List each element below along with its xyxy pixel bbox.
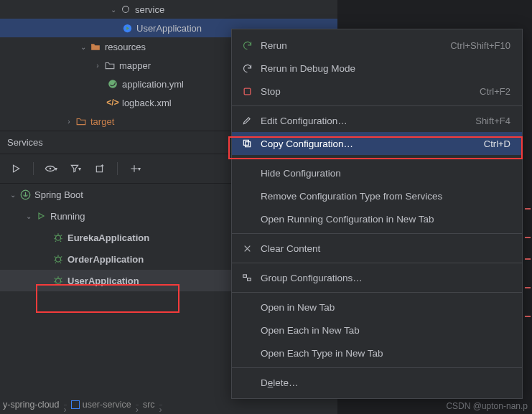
delete-label: Delete…: [261, 377, 510, 388]
svg-rect-10: [244, 88, 251, 95]
close-icon: [241, 244, 253, 253]
chevron-down-icon: ⌄: [7, 191, 19, 199]
tree-item-service[interactable]: ⌄ service: [0, 0, 337, 19]
module-icon: [71, 400, 80, 409]
bug-icon: [52, 276, 65, 286]
breadcrumb[interactable]: y-spring-cloud › user-service › src ›: [3, 400, 162, 410]
svg-rect-14: [248, 278, 251, 281]
filter-icon[interactable]: ▾: [68, 161, 83, 176]
svg-point-7: [56, 235, 61, 240]
chevron-down-icon: ⌄: [108, 6, 119, 14]
resources-folder-icon: [89, 42, 102, 51]
chevron-right-icon: ›: [92, 62, 103, 70]
menu-edit-configuration[interactable]: Edit Configuration… Shift+F4: [232, 109, 522, 132]
menu-open-each-new-tab[interactable]: Open Each in New Tab: [232, 319, 522, 342]
svg-point-9: [56, 278, 61, 283]
menu-rerun[interactable]: Rerun Ctrl+Shift+F10: [232, 34, 522, 57]
rerun-debug-icon: [241, 63, 253, 74]
svg-rect-12: [243, 140, 248, 145]
bug-icon: [52, 254, 65, 264]
bug-icon: [52, 232, 65, 243]
edit-icon: [241, 116, 253, 126]
menu-open-new-tab[interactable]: Open in New Tab: [232, 296, 522, 319]
add-icon[interactable]: ▾: [128, 161, 142, 176]
copy-icon: [241, 138, 253, 149]
menu-delete[interactable]: Delete…: [232, 371, 522, 394]
menu-remove-config-type[interactable]: Remove Configuration Type from Services: [232, 184, 522, 207]
spring-boot-icon: [19, 189, 32, 200]
folder-icon: [103, 61, 116, 70]
spring-icon: [106, 79, 119, 89]
chevron-right-icon: ›: [159, 405, 162, 405]
chevron-right-icon: ›: [63, 118, 75, 126]
menu-copy-configuration[interactable]: Copy Configuration… Ctrl+D: [232, 132, 522, 155]
chevron-down-icon: ⌄: [78, 43, 89, 51]
menu-stop[interactable]: Stop Ctrl+F2: [232, 80, 522, 103]
context-menu: Rerun Ctrl+Shift+F10 Rerun in Debug Mode…: [231, 29, 523, 399]
play-icon: [34, 212, 47, 220]
menu-group-configurations[interactable]: Group Configurations…: [232, 266, 522, 289]
rerun-icon: [241, 40, 253, 51]
svg-rect-2: [91, 44, 94, 46]
group-icon: [241, 273, 253, 283]
svg-point-4: [50, 168, 52, 170]
chevron-right-icon: ›: [64, 405, 67, 405]
svg-rect-5: [96, 166, 102, 172]
folder-icon: [119, 5, 132, 14]
chevron-down-icon: ⌄: [23, 212, 34, 220]
show-icon[interactable]: ▾: [44, 161, 58, 176]
xml-icon: </>: [106, 98, 119, 108]
run-icon[interactable]: [9, 161, 23, 176]
svg-point-3: [108, 80, 117, 88]
svg-rect-11: [246, 142, 251, 147]
new-window-icon[interactable]: [93, 161, 107, 176]
class-run-icon: [121, 23, 134, 34]
menu-clear-content[interactable]: Clear Content: [232, 237, 522, 260]
svg-point-8: [56, 257, 61, 262]
menu-open-running-config[interactable]: Open Running Configuration in New Tab: [232, 207, 522, 230]
menu-open-each-type-new-tab[interactable]: Open Each Type in New Tab: [232, 342, 522, 364]
folder-icon: [75, 117, 88, 126]
svg-rect-13: [243, 275, 247, 278]
stop-icon: [241, 87, 253, 96]
menu-rerun-debug[interactable]: Rerun in Debug Mode: [232, 57, 522, 80]
watermark: CSDN @upton-nan.p: [446, 401, 528, 411]
menu-hide-configuration[interactable]: Hide Configuration: [232, 161, 522, 184]
chevron-right-icon: ›: [136, 405, 139, 405]
